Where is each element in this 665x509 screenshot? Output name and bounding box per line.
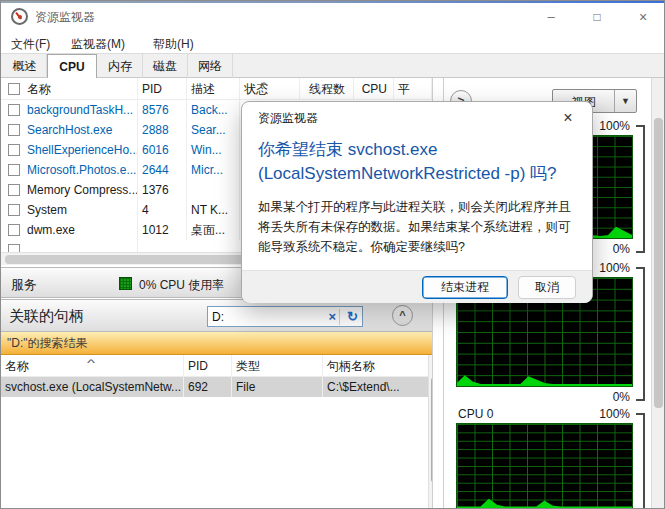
cancel-button[interactable]: 取消 [518, 276, 576, 299]
menu-help[interactable]: 帮助(H) [147, 34, 200, 55]
refresh-search-icon[interactable]: ↻ [347, 309, 358, 324]
handle-search-input[interactable]: D: × ↻ [207, 306, 363, 327]
col-handle-pid[interactable]: PID [184, 355, 232, 376]
tab-overview[interactable]: 概述 [3, 54, 47, 78]
cpu-graph [456, 423, 633, 509]
services-title: 服务 [11, 276, 37, 294]
search-result-banner: "D:"的搜索结果 [1, 332, 432, 355]
col-threads[interactable]: 线程数 [300, 78, 354, 99]
col-handle-name[interactable]: ^ 名称 [1, 355, 184, 376]
tab-cpu[interactable]: CPU [47, 54, 97, 79]
col-handle-type[interactable]: 类型 [232, 355, 323, 376]
scrollbar-thumb[interactable] [654, 118, 663, 408]
maximize-button[interactable]: □ [581, 3, 613, 31]
menu-bar: 文件(F) 监视器(M) 帮助(H) [1, 31, 664, 53]
sort-caret-icon: ^ [87, 355, 95, 374]
cpu-led-icon [119, 277, 132, 290]
col-cpu[interactable]: CPU [354, 78, 394, 99]
col-avg[interactable]: 平 [394, 78, 432, 99]
minimize-button[interactable]: – [535, 3, 567, 31]
clear-search-icon[interactable]: × [328, 309, 336, 324]
row-checkbox[interactable] [8, 224, 20, 236]
row-checkbox[interactable] [8, 104, 20, 116]
sort-caret-icon: ^ [260, 78, 268, 97]
tab-disk[interactable]: 磁盘 [143, 54, 188, 78]
dialog-heading: 你希望结束 svchost.exe (LocalSystemNetworkRes… [258, 138, 580, 186]
graph-max-label: 100% [586, 407, 630, 421]
services-cpu-usage: 0% CPU 使用率 [139, 277, 224, 294]
col-name: 名称 [27, 78, 51, 99]
window-title: 资源监视器 [35, 9, 95, 26]
panel-vertical-scrollbar[interactable] [651, 78, 664, 509]
dialog-title: 资源监视器 [258, 110, 318, 127]
dialog-close-icon[interactable]: × [556, 106, 580, 130]
search-divider [339, 309, 340, 325]
row-checkbox[interactable] [8, 184, 20, 196]
col-pid[interactable]: PID [138, 78, 187, 99]
handles-title: 关联的句柄 [9, 307, 84, 326]
dialog-footer: 结束进程 取消 [242, 270, 592, 303]
resource-monitor-window: 资源监视器 – □ × 文件(F) 监视器(M) 帮助(H) 概述 CPU 内存… [0, 0, 665, 509]
menu-monitor[interactable]: 监视器(M) [65, 34, 131, 55]
dialog-body-text: 如果某个打开的程序与此进程关联，则会关闭此程序并且将丢失所有未保存的数据。如果结… [258, 197, 580, 257]
handle-row-selected[interactable]: svchost.exe (LocalSystemNetw... 692 File… [1, 377, 428, 397]
col-handle-path[interactable]: 句柄名称 [323, 355, 423, 376]
tab-memory[interactable]: 内存 [98, 54, 143, 78]
row-checkbox[interactable] [8, 204, 20, 216]
graph-min-label: 0% [586, 390, 630, 404]
end-process-dialog: 资源监视器 × 你希望结束 svchost.exe (LocalSystemNe… [241, 101, 593, 303]
graph-title: CPU 0 [458, 407, 493, 421]
collapse-section-button[interactable]: ^ [392, 305, 413, 326]
graph-bracket [636, 125, 645, 253]
col-status[interactable]: ^ 状态 [240, 78, 300, 99]
row-checkbox[interactable] [8, 244, 20, 252]
handles-table: ^ 名称 PID 类型 句柄名称 svchost.exe (LocalSyste… [1, 355, 428, 397]
title-bar[interactable]: 资源监视器 – □ × [1, 3, 664, 31]
process-table-header[interactable]: 名称 PID 描述 ^ 状态 线程数 CPU 平 [1, 78, 432, 100]
handles-section-header: 关联的句柄 D: × ↻ ^ [1, 299, 432, 332]
app-gauge-icon [11, 8, 28, 25]
handles-table-header[interactable]: ^ 名称 PID 类型 句柄名称 [1, 355, 428, 377]
tab-bar: 概述 CPU 内存 磁盘 网络 [1, 53, 664, 78]
graph-bracket [636, 413, 645, 509]
dropdown-arrow-icon[interactable]: ▼ [614, 90, 636, 112]
graph-bracket [636, 267, 645, 401]
col-desc[interactable]: 描述 [187, 78, 240, 99]
close-button[interactable]: × [627, 3, 659, 31]
select-all-checkbox[interactable] [8, 83, 20, 95]
search-value: D: [212, 310, 224, 324]
row-checkbox[interactable] [8, 164, 20, 176]
row-checkbox[interactable] [8, 124, 20, 136]
end-process-button[interactable]: 结束进程 [422, 276, 508, 299]
tab-network[interactable]: 网络 [188, 54, 233, 78]
row-checkbox[interactable] [8, 144, 20, 156]
menu-file[interactable]: 文件(F) [5, 34, 56, 55]
